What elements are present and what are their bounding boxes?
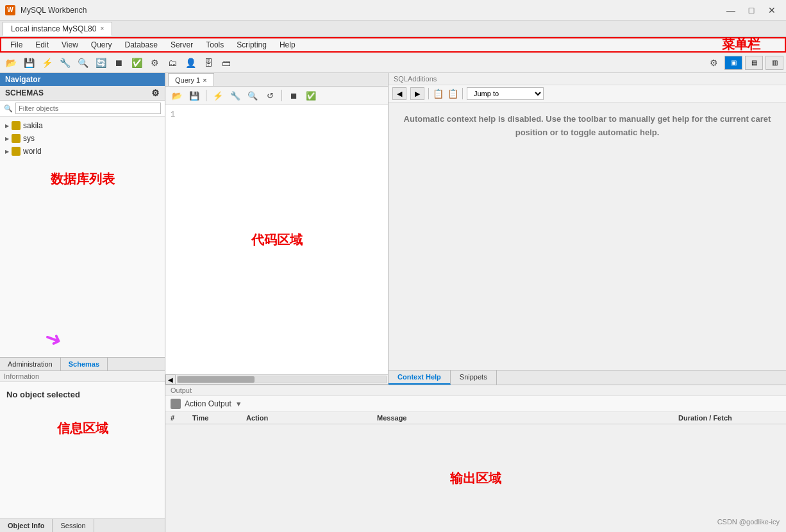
expand-arrow: ▶ [5,123,9,129]
toolbar-run[interactable]: ⚡ [38,55,55,71]
maximize-button[interactable]: □ [742,4,760,17]
expand-arrow: ▶ [5,136,9,142]
menu-tools[interactable]: Tools [199,39,230,51]
object-tabs: Object Info Session [0,519,165,532]
toolbar-extra1[interactable]: ⚙ [146,55,163,71]
query-tab-1[interactable]: Query 1 × [168,73,214,86]
toolbar-search[interactable]: 🔍 [74,55,91,71]
view-layout-1[interactable]: ▣ [724,56,742,70]
tab-local-instance[interactable]: Local instance MySQL80 × [3,22,112,36]
q-open[interactable]: 📂 [169,88,185,103]
query-scrollbar: ◀ [165,374,388,385]
no-object-label: No object selected [0,382,165,407]
menu-edit[interactable]: Edit [29,39,55,51]
q-divider-2 [281,90,282,101]
query-area: Query 1 × 📂 💾 ⚡ 🔧 🔍 ↺ ⏹ ✅ [165,73,786,385]
toolbar-save[interactable]: 💾 [21,55,37,71]
q-search[interactable]: 🔍 [245,88,260,103]
menubar-annotation: 菜单栏 [722,36,760,53]
output-annotation: 输出区域 [450,470,501,487]
toolbar-extra3[interactable]: 👤 [182,55,199,71]
menu-query[interactable]: Query [85,39,119,51]
filter-input[interactable] [15,103,161,114]
scroll-left-btn[interactable]: ◀ [165,374,176,385]
toolbar-extra5[interactable]: 🗃 [218,55,235,71]
q-stop[interactable]: ⏹ [286,88,301,103]
schema-item-sakila[interactable]: ▶ sakila [0,119,165,132]
scroll-track[interactable] [177,376,387,383]
minimize-button[interactable]: — [722,4,740,17]
watermark: CSDN @godlike-icy [717,518,780,526]
tab-administration[interactable]: Administration [0,358,61,370]
toolbar-debug[interactable]: 🔧 [56,55,73,71]
expand-arrow: ▶ [5,149,9,154]
menu-file[interactable]: File [4,39,29,51]
sql-nav-prev[interactable]: ◀ [392,87,406,100]
app-title: MySQL Workbench [21,6,87,15]
filter-box: 🔍 [0,101,165,117]
toolbar-extra4[interactable]: 🗄 [200,55,217,71]
tab-object-info[interactable]: Object Info [0,519,53,532]
toolbar-stop[interactable]: ⏹ [110,55,127,71]
q-refresh[interactable]: ↺ [262,88,278,103]
output-content: 输出区域 [165,424,786,532]
menu-bar: File Edit View Query Database Server Too… [0,37,786,53]
query-tab-label: Query 1 [175,76,200,84]
db-annotation: 数据库列表 [0,158,165,201]
right-panel: Query 1 × 📂 💾 ⚡ 🔧 🔍 ↺ ⏹ ✅ [165,73,786,532]
line-number: 1 [171,110,183,119]
tab-bar: Local instance MySQL80 × [0,21,786,37]
col-duration: Duration / Fetch [678,414,781,422]
toolbar-settings[interactable]: ⚙ [705,55,722,71]
menu-help[interactable]: Help [273,39,302,51]
query-content[interactable]: 1 代码区域 [165,105,388,374]
schema-name: sakila [23,121,43,130]
col-num: # [171,414,190,422]
col-action: Action [246,414,374,422]
menu-scripting[interactable]: Scripting [230,39,273,51]
schema-name: sys [23,134,35,143]
query-tab-bar: Query 1 × [165,73,388,87]
tab-session[interactable]: Session [53,519,94,532]
menu-server[interactable]: Server [164,39,199,51]
window-controls: — □ ✕ [722,4,781,17]
bottom-area: Output Action Output ▼ # Time Action Mes… [165,385,786,532]
toolbar-extra2[interactable]: 🗂 [164,55,181,71]
view-layout-2[interactable]: ▤ [745,56,763,70]
schema-item-world[interactable]: ▶ world [0,145,165,158]
app-icon: W [5,5,15,15]
tab-snippets[interactable]: Snippets [451,370,497,385]
tab-context-help[interactable]: Context Help [389,370,451,385]
main-layout: Navigator SCHEMAS ⚙ 🔍 ▶ sakila ▶ sys ▶ [0,73,786,532]
view-layout-3[interactable]: ▥ [765,56,783,70]
sql-nav-next[interactable]: ▶ [410,87,424,100]
output-table-header: # Time Action Message Duration / Fetch [165,412,786,424]
schema-item-sys[interactable]: ▶ sys [0,132,165,145]
tab-schemas[interactable]: Schemas [61,358,108,370]
scroll-thumb [178,376,255,383]
q-run[interactable]: ⚡ [210,88,226,103]
q-run-sel[interactable]: 🔧 [228,88,243,103]
output-dropdown[interactable]: ▼ [235,400,242,408]
action-output-label: Action Output [185,399,231,408]
q-save[interactable]: 💾 [187,88,202,103]
q-commit[interactable]: ✅ [303,88,319,103]
navigator-header: Navigator [0,73,165,86]
toolbar-open[interactable]: 📂 [3,55,19,71]
schemas-icon[interactable]: ⚙ [151,88,160,98]
sql-divider-2 [462,88,463,99]
query-tab-close[interactable]: × [203,76,206,84]
toolbar-refresh[interactable]: 🔄 [92,55,109,71]
output-icon [171,399,181,409]
jump-to-select[interactable]: Jump to Function Procedure Table [467,87,544,100]
info-panel: Information No object selected 信息区域 [0,371,165,519]
toolbar-check[interactable]: ✅ [128,55,145,71]
menu-view[interactable]: View [55,39,85,51]
left-panel: Navigator SCHEMAS ⚙ 🔍 ▶ sakila ▶ sys ▶ [0,73,165,532]
tab-close-icon[interactable]: × [100,25,104,32]
sql-divider [428,88,429,99]
menu-database[interactable]: Database [119,39,164,51]
navigator-label: Navigator [5,75,40,84]
close-button[interactable]: ✕ [763,4,781,17]
sql-bottom-tabs: Context Help Snippets [389,370,786,385]
